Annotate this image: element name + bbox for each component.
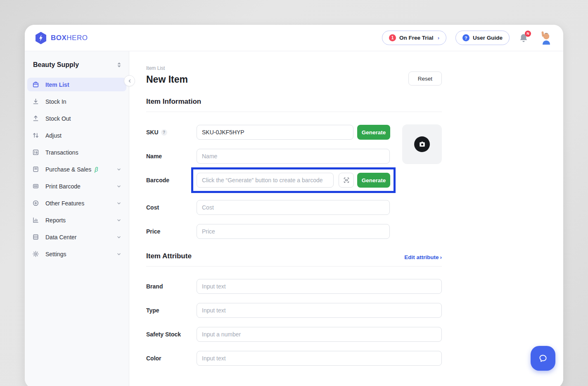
stock-in-icon — [32, 98, 39, 105]
reports-icon — [32, 217, 39, 224]
barcode-scan-button[interactable] — [339, 173, 354, 188]
sidebar-item-label: Print Barcode — [45, 183, 81, 190]
cost-label: Cost — [146, 204, 197, 211]
color-label: Color — [146, 355, 197, 362]
safety-stock-label: Safety Stock — [146, 331, 197, 338]
data-center-icon — [32, 234, 39, 241]
sidebar-item-label: Adjust — [45, 132, 62, 139]
sidebar-item-transactions[interactable]: Transactions — [27, 145, 126, 159]
sku-input[interactable] — [197, 125, 353, 140]
app-window: BOXHERO 1 On Free Trial › ? User Guide N — [25, 25, 563, 386]
camera-icon — [414, 136, 430, 152]
name-input[interactable] — [197, 149, 390, 164]
sidebar-item-print-barcode[interactable]: Print Barcode — [27, 179, 126, 193]
price-row: Price — [146, 224, 442, 239]
chevron-down-icon — [116, 218, 121, 223]
adjust-icon — [32, 132, 39, 139]
trial-days-badge-icon: 1 — [389, 34, 396, 41]
sidebar-item-data-center[interactable]: Data Center — [27, 230, 126, 244]
settings-icon — [32, 250, 39, 257]
chevron-down-icon — [116, 184, 121, 189]
sku-generate-button[interactable]: Generate — [357, 125, 390, 140]
sidebar-item-adjust[interactable]: Adjust — [27, 129, 126, 142]
reset-button[interactable]: Reset — [408, 71, 442, 86]
purchase-sales-icon — [32, 166, 39, 173]
page-title: New Item — [146, 74, 188, 85]
barcode-label: Barcode — [146, 177, 197, 183]
sidebar-item-label: Purchase & Sales — [45, 166, 91, 173]
brand-input[interactable] — [197, 279, 442, 294]
sidebar-item-label: Item List — [45, 81, 69, 88]
brand-label: Brand — [146, 283, 197, 290]
user-avatar[interactable] — [538, 31, 553, 45]
user-guide-label: User Guide — [473, 35, 503, 41]
type-input[interactable] — [197, 303, 442, 318]
free-trial-label: On Free Trial — [399, 35, 434, 41]
sidebar-item-item-list[interactable]: Item List — [27, 78, 126, 91]
breadcrumb: Item List — [146, 65, 442, 71]
sidebar-item-other-features[interactable]: Other Features — [27, 196, 126, 210]
chevron-down-icon — [116, 201, 121, 206]
safety-stock-input[interactable] — [197, 327, 442, 342]
section-divider — [146, 266, 442, 267]
type-row: Type — [146, 303, 442, 318]
boxhero-logo[interactable]: BOXHERO — [35, 31, 88, 45]
sidebar-collapse-button[interactable] — [124, 75, 135, 86]
chevron-right-icon: › — [440, 254, 442, 260]
workspace-switcher[interactable]: Beauty Supply — [27, 60, 126, 78]
sidebar-item-label: Transactions — [45, 149, 78, 156]
sidebar-item-stock-in[interactable]: Stock In — [27, 95, 126, 108]
main-content: Item List New Item Reset Item Informatio… — [129, 51, 563, 386]
workspace-sort-icon — [117, 62, 121, 68]
sidebar-item-stock-out[interactable]: Stock Out — [27, 112, 126, 125]
cost-input[interactable] — [197, 200, 390, 215]
price-label: Price — [146, 228, 197, 235]
barcode-scan-icon — [343, 177, 350, 183]
free-trial-button[interactable]: 1 On Free Trial › — [382, 31, 446, 45]
barcode-highlight-box: Generate — [191, 167, 396, 193]
barcode-row: Barcode Generate — [146, 173, 442, 188]
brand-row: Brand — [146, 279, 442, 294]
transactions-icon — [32, 149, 39, 156]
sidebar-item-label: Other Features — [45, 200, 84, 207]
price-input[interactable] — [197, 224, 390, 239]
sku-label: SKU ? — [146, 129, 197, 136]
sku-help-icon[interactable]: ? — [161, 129, 167, 136]
notification-count-badge: N — [525, 31, 531, 37]
chat-bubble-icon — [538, 353, 548, 364]
item-image-upload[interactable] — [402, 124, 442, 164]
user-guide-button[interactable]: ? User Guide — [455, 31, 510, 45]
type-label: Type — [146, 307, 197, 314]
sku-row: SKU ? Generate — [146, 125, 442, 140]
edit-attribute-link[interactable]: Edit attribute › — [404, 254, 442, 260]
stock-out-icon — [32, 115, 39, 122]
sidebar-item-label: Stock In — [45, 98, 66, 105]
sidebar-item-label: Reports — [45, 217, 66, 224]
sidebar-item-label: Data Center — [45, 234, 76, 241]
chevron-down-icon — [116, 235, 121, 240]
barcode-generate-button[interactable]: Generate — [357, 173, 390, 188]
other-features-icon — [32, 200, 39, 207]
sidebar-item-purchase-sales[interactable]: Purchase & Sales β — [27, 162, 126, 176]
package-icon — [32, 81, 39, 88]
chevron-right-icon: › — [438, 35, 439, 41]
item-information-title: Item Information — [146, 98, 442, 106]
sidebar-item-label: Settings — [45, 251, 66, 257]
sidebar: Beauty Supply Item List Stock In — [25, 51, 129, 386]
color-input[interactable] — [197, 351, 442, 366]
top-header: BOXHERO 1 On Free Trial › ? User Guide N — [25, 25, 563, 51]
name-label: Name — [146, 153, 197, 160]
boxhero-hexagon-icon — [35, 31, 47, 45]
cost-row: Cost — [146, 200, 442, 215]
chat-support-button[interactable] — [531, 346, 555, 371]
color-row: Color — [146, 351, 442, 366]
sidebar-item-settings[interactable]: Settings — [27, 247, 126, 261]
workspace-name: Beauty Supply — [33, 61, 79, 69]
sidebar-item-reports[interactable]: Reports — [27, 213, 126, 227]
item-attribute-title: Item Attribute — [146, 252, 192, 260]
section-divider — [146, 112, 442, 112]
barcode-input[interactable] — [197, 173, 334, 188]
chevron-down-icon — [116, 167, 121, 172]
notification-bell-button[interactable]: N — [519, 33, 529, 43]
beta-badge: β — [95, 166, 98, 173]
